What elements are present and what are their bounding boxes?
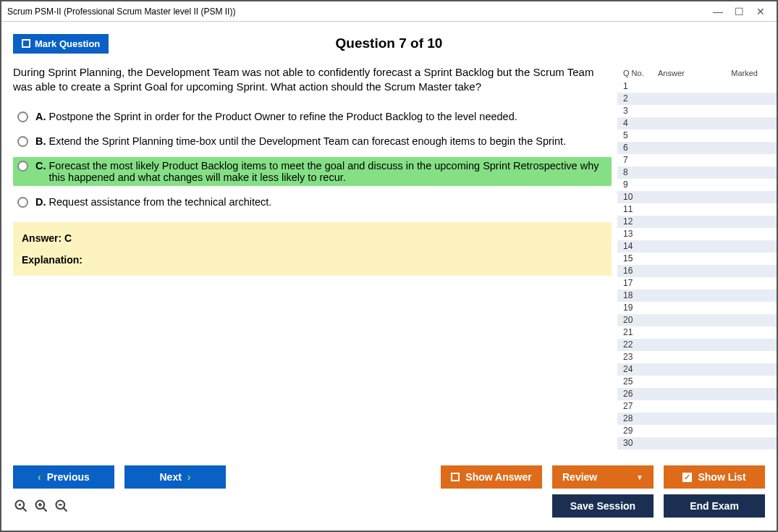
chevron-right-icon: › [187,471,191,483]
next-label: Next [159,471,181,483]
navigator-row[interactable]: 6 [617,142,777,154]
app-window: Scrum PSM-II (Professional Scrum Master … [0,0,778,532]
option-letter: D. [35,196,46,208]
navigator-row[interactable]: 29 [617,425,777,437]
navigator-row[interactable]: 8 [617,166,777,179]
navigator-row[interactable]: 15 [617,253,777,265]
checkmark-icon: ✓ [682,473,692,482]
close-icon[interactable]: ✕ [756,7,765,17]
save-session-button[interactable]: Save Session [552,494,654,518]
navigator-row[interactable]: 20 [617,314,777,326]
checkbox-icon [451,473,460,481]
option-text: Request assistance from the technical ar… [49,196,272,208]
navigator-row[interactable]: 13 [617,228,777,240]
navigator-row[interactable]: 24 [617,363,777,376]
zoom-controls [13,498,69,514]
chevron-down-icon: ▼ [636,473,643,481]
navigator-row[interactable]: 9 [617,179,777,191]
save-session-label: Save Session [570,500,635,512]
navigator-row[interactable]: 2 [617,93,777,105]
col-marked: Marked [709,69,772,77]
zoom-out-icon[interactable] [54,498,69,514]
navigator-row[interactable]: 22 [617,339,777,351]
navigator-row[interactable]: 23 [617,351,777,363]
zoom-reset-icon[interactable] [13,498,29,514]
option-a[interactable]: A. Postpone the Sprint in order for the … [13,108,612,125]
answer-label: Answer: C [22,232,603,244]
navigator-row[interactable]: 10 [617,191,777,203]
show-answer-label: Show Answer [465,471,531,483]
navigator-row[interactable]: 14 [617,240,777,253]
zoom-in-icon[interactable] [33,498,49,514]
main-column: During Sprint Planning, the Development … [13,65,612,452]
radio-icon[interactable] [17,161,28,172]
navigator-row[interactable]: 30 [617,437,777,449]
mark-question-label: Mark Question [35,38,100,49]
question-text: During Sprint Planning, the Development … [13,65,612,95]
window-controls: — ☐ ✕ [713,7,771,17]
options-list: A. Postpone the Sprint in order for the … [13,108,612,211]
navigator-row[interactable]: 19 [617,302,777,314]
radio-icon[interactable] [17,136,28,147]
question-counter: Question 7 of 10 [336,35,443,51]
option-letter: A. [35,111,46,122]
question-navigator: Q No. Answer Marked 12345678910111213141… [617,65,777,452]
navigator-row[interactable]: 3 [617,105,777,117]
option-text: Postpone the Sprint in order for the Pro… [49,111,517,122]
footer: ‹ Previous Next › Show Answer Review ▼ ✓… [1,460,777,531]
previous-label: Previous [47,471,90,483]
navigator-row[interactable]: 27 [617,400,777,413]
navigator-row[interactable]: 17 [617,277,777,290]
option-letter: C. [35,160,46,172]
content-row: During Sprint Planning, the Development … [1,58,777,460]
navigator-row[interactable]: 5 [617,130,777,142]
header-row: Mark Question Question 7 of 10 [1,22,777,58]
review-button[interactable]: Review ▼ [552,465,654,489]
navigator-row[interactable]: 7 [617,154,777,166]
option-d[interactable]: D. Request assistance from the technical… [13,193,612,211]
navigator-list[interactable]: 1234567891011121314151617181920212223242… [617,80,777,452]
button-row-1: ‹ Previous Next › Show Answer Review ▼ ✓… [13,465,765,489]
navigator-row[interactable]: 11 [617,203,777,216]
navigator-row[interactable]: 26 [617,388,777,400]
checkbox-icon [22,39,30,48]
navigator-row[interactable]: 12 [617,216,777,228]
review-label: Review [562,471,597,483]
navigator-row[interactable]: 16 [617,265,777,277]
radio-icon[interactable] [17,197,28,208]
navigator-row[interactable]: 1 [617,80,777,93]
end-exam-button[interactable]: End Exam [664,494,765,518]
window-title: Scrum PSM-II (Professional Scrum Master … [7,7,713,17]
button-row-2: Save Session End Exam [13,494,765,518]
col-qno: Q No. [623,69,658,77]
radio-icon[interactable] [17,111,28,122]
chevron-left-icon: ‹ [38,471,41,483]
navigator-row[interactable]: 18 [617,290,777,302]
svg-line-4 [43,508,47,512]
show-list-button[interactable]: ✓ Show List [664,465,765,489]
next-button[interactable]: Next › [124,465,226,489]
option-letter: B. [35,135,46,147]
show-answer-button[interactable]: Show Answer [441,465,542,489]
explanation-label: Explanation: [22,254,603,266]
previous-button[interactable]: ‹ Previous [13,465,114,489]
option-text: Forecast the most likely Product Backlog… [49,160,608,183]
navigator-header: Q No. Answer Marked [617,66,777,80]
end-exam-label: End Exam [690,500,739,512]
svg-line-8 [64,508,67,512]
navigator-row[interactable]: 4 [617,117,777,130]
svg-line-1 [23,508,27,512]
option-b[interactable]: B. Extend the Sprint Planning time-box u… [13,132,612,150]
svg-point-2 [19,504,21,506]
show-list-label: Show List [698,471,745,483]
col-answer: Answer [658,69,709,77]
navigator-row[interactable]: 25 [617,376,777,388]
answer-panel: Answer: C Explanation: [13,222,612,276]
navigator-row[interactable]: 28 [617,413,777,425]
minimize-icon[interactable]: — [713,7,722,17]
titlebar: Scrum PSM-II (Professional Scrum Master … [1,1,777,22]
maximize-icon[interactable]: ☐ [735,7,743,17]
option-c[interactable]: C. Forecast the most likely Product Back… [13,157,612,186]
navigator-row[interactable]: 21 [617,326,777,339]
mark-question-button[interactable]: Mark Question [13,34,109,54]
